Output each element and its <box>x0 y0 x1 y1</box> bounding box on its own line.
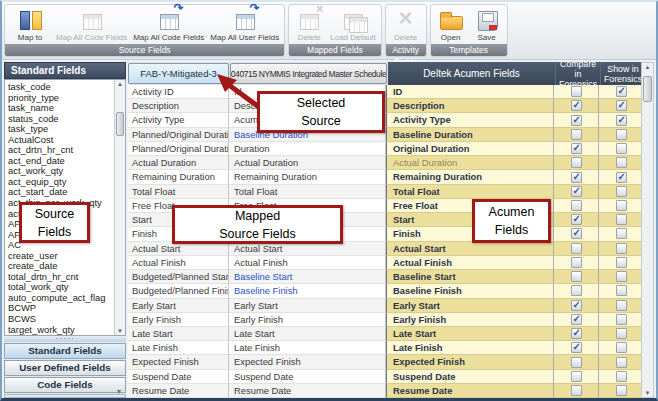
source-field-cell[interactable]: Budgeted/Planned Finish <box>128 284 229 298</box>
compare-checkbox[interactable] <box>571 371 582 382</box>
sidebar-tab[interactable]: Code Fields <box>4 377 126 393</box>
show-checkbox[interactable] <box>616 314 627 325</box>
mapped-field-cell[interactable]: Actual Finish <box>229 256 386 270</box>
acumen-field-cell: Late Finish <box>386 341 553 355</box>
show-checkbox[interactable] <box>616 228 627 239</box>
mapped-field-cell[interactable]: Baseline Finish <box>229 284 386 298</box>
compare-checkbox[interactable] <box>571 186 582 197</box>
scroll-down-icon[interactable]: ▼ <box>115 328 125 334</box>
mapped-field-cell[interactable]: Total Float <box>229 185 386 199</box>
compare-checkbox[interactable] <box>571 86 582 97</box>
source-field-cell[interactable]: Early Start <box>128 299 229 313</box>
source-field-cell[interactable]: Activity Type <box>128 113 229 127</box>
show-checkbox[interactable] <box>616 371 627 382</box>
compare-checkbox[interactable] <box>571 143 582 154</box>
show-checkbox[interactable] <box>616 243 627 254</box>
compare-checkbox[interactable] <box>571 285 582 296</box>
compare-checkbox[interactable] <box>571 214 582 225</box>
ribbon-button[interactable]: Delete <box>291 6 327 44</box>
source-field-item[interactable]: task_code <box>8 82 112 93</box>
compare-checkbox[interactable] <box>571 328 582 339</box>
source-field-cell[interactable]: Expected Finish <box>128 355 229 369</box>
mapped-field-cell[interactable]: Duration <box>229 142 386 156</box>
source-field-cell[interactable]: Total Float <box>128 185 229 199</box>
mapped-field-cell[interactable]: Late Start <box>229 327 386 341</box>
ribbon-button[interactable]: Delete <box>388 6 424 44</box>
compare-checkbox-cell <box>553 384 598 398</box>
compare-checkbox[interactable] <box>571 157 582 168</box>
compare-checkbox[interactable] <box>571 342 582 353</box>
show-checkbox[interactable] <box>616 157 627 168</box>
table-row: Activity Type Acum Activity Type <box>128 113 645 127</box>
show-checkbox[interactable] <box>616 357 627 368</box>
source-field-cell[interactable]: Resume Date <box>128 384 229 398</box>
source-field-cell[interactable]: Remaining Duration <box>128 170 229 184</box>
source-field-cell[interactable]: Suspend Date <box>128 370 229 384</box>
source-field-cell[interactable]: Actual Finish <box>128 256 229 270</box>
show-checkbox[interactable] <box>616 271 627 282</box>
selected-source-header[interactable]: FAB-Y-Mitigated-3 <box>128 63 229 84</box>
source-field-cell[interactable]: Budgeted/Planned Start <box>128 270 229 284</box>
show-checkbox[interactable] <box>616 86 627 97</box>
compare-checkbox[interactable] <box>571 257 582 268</box>
source-field-cell[interactable]: Activity ID <box>128 85 229 99</box>
scrollbar-thumb[interactable] <box>116 112 124 136</box>
mapped-field-cell[interactable]: Early Finish <box>229 313 386 327</box>
compare-checkbox[interactable] <box>571 200 582 211</box>
show-checkbox[interactable] <box>616 342 627 353</box>
compare-checkbox[interactable] <box>571 300 582 311</box>
show-checkbox[interactable] <box>616 257 627 268</box>
mapped-field-cell[interactable]: Expected Finish <box>229 355 386 369</box>
show-checkbox-cell <box>598 256 643 270</box>
show-checkbox[interactable] <box>616 385 627 396</box>
scroll-up-icon[interactable]: ▲ <box>642 64 653 70</box>
show-checkbox[interactable] <box>616 100 627 111</box>
mapped-field-cell[interactable]: Baseline Start <box>229 270 386 284</box>
compare-checkbox[interactable] <box>571 243 582 254</box>
source-field-cell[interactable]: Late Start <box>128 327 229 341</box>
show-checkbox[interactable] <box>616 143 627 154</box>
show-checkbox[interactable] <box>616 200 627 211</box>
show-checkbox[interactable] <box>616 172 627 183</box>
source-field-cell[interactable]: Late Finish <box>128 341 229 355</box>
show-checkbox[interactable] <box>616 115 627 126</box>
show-checkbox[interactable] <box>616 285 627 296</box>
compare-checkbox[interactable] <box>571 314 582 325</box>
source-field-cell[interactable]: Description <box>128 99 229 113</box>
show-checkbox[interactable] <box>616 186 627 197</box>
mapped-field-cell[interactable]: Remaining Duration <box>229 170 386 184</box>
show-checkbox[interactable] <box>616 328 627 339</box>
compare-checkbox[interactable] <box>571 100 582 111</box>
tab-overflow-area[interactable] <box>4 394 126 398</box>
ribbon-button[interactable]: Save <box>469 6 505 44</box>
show-checkbox[interactable] <box>616 300 627 311</box>
source-field-cell[interactable]: Actual Duration <box>128 156 229 170</box>
mapped-field-cell[interactable]: Resume Date <box>229 384 386 398</box>
sidebar-tab[interactable]: Standard Fields <box>4 343 126 359</box>
splitter-handle[interactable]: ····· <box>4 336 126 342</box>
table-scrollbar[interactable]: ▲ ▼ <box>641 62 654 398</box>
compare-checkbox[interactable] <box>571 271 582 282</box>
source-field-cell[interactable]: Planned/Original Duration <box>128 128 229 142</box>
compare-checkbox[interactable] <box>571 385 582 396</box>
scroll-up-icon[interactable]: ▲ <box>115 81 125 87</box>
compare-checkbox[interactable] <box>571 115 582 126</box>
source-field-cell[interactable]: Planned/Original Duration <box>128 142 229 156</box>
mapped-field-cell[interactable]: Late Finish <box>229 341 386 355</box>
source-field-item[interactable]: BCWS <box>8 314 112 325</box>
compare-checkbox[interactable] <box>571 129 582 140</box>
scrollbar-thumb[interactable] <box>643 76 652 102</box>
scroll-down-icon[interactable]: ▼ <box>642 390 653 396</box>
ribbon-button[interactable]: Open <box>433 6 469 44</box>
compare-checkbox[interactable] <box>571 357 582 368</box>
show-checkbox[interactable] <box>616 129 627 140</box>
show-checkbox[interactable] <box>616 214 627 225</box>
sidebar-scrollbar[interactable]: ▲ ▼ <box>114 80 125 335</box>
compare-checkbox[interactable] <box>571 172 582 183</box>
source-field-cell[interactable]: Early Finish <box>128 313 229 327</box>
compare-checkbox[interactable] <box>571 228 582 239</box>
mapped-field-cell[interactable]: Suspend Date <box>229 370 386 384</box>
mapped-field-cell[interactable]: Early Start <box>229 299 386 313</box>
sidebar-tab[interactable]: User Defined Fields <box>4 360 126 376</box>
mapped-field-cell[interactable]: Actual Duration <box>229 156 386 170</box>
